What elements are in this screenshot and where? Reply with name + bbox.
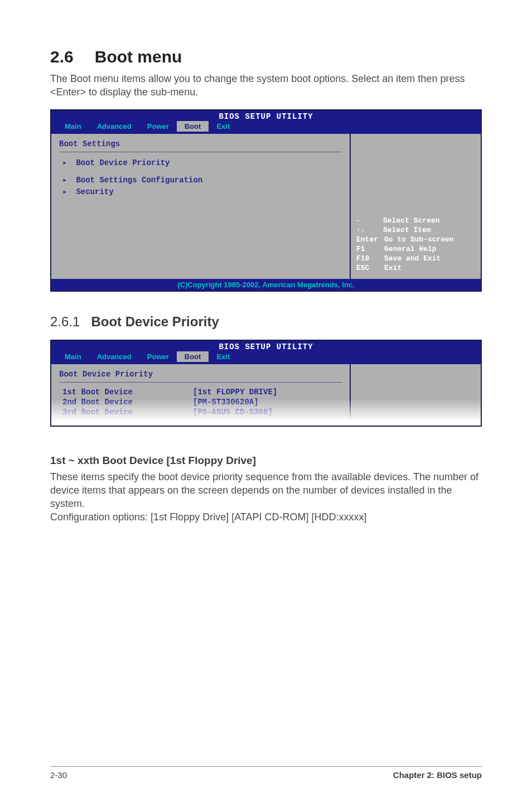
help-f1-label: General Help [384,245,437,254]
help-legend: ← Select Screen ↑↓ Select Item Enter Go … [356,216,475,273]
device-value: [1st FLOPPY DRIVE] [193,388,277,397]
bios-copyright-footer: (C)Copyright 1985-2002, American Megatre… [51,279,481,291]
device-value: [PS-ASUS CD-S360] [193,408,273,417]
option-body-2: Configuration options: [1st Floppy Drive… [50,510,482,524]
boot-device-row-3[interactable]: 3rd Boot Device [PS-ASUS CD-S360] [59,407,342,417]
option-body-1: These items specify the boot device prio… [50,470,482,511]
tab-advanced[interactable]: Advanced [89,121,139,132]
submenu-arrow-icon: ▸ [62,175,71,185]
option-heading: 1st ~ xxth Boot Device [1st Floppy Drive… [50,455,482,467]
device-value: [PM-ST330620A] [193,398,259,407]
device-label: 2nd Boot Device [59,398,193,407]
subsection-title: 2.6.1Boot Device Priority [50,314,482,330]
bios-window-boot-settings: BIOS SETUP UTILITY Main Advanced Power B… [50,109,482,292]
up-down-arrow-icon: ↑↓ [356,226,383,235]
help-key-esc: ESC [356,264,384,273]
tab-exit[interactable]: Exit [209,351,238,362]
bios-tabs: Main Advanced Power Boot Exit [51,351,481,364]
tab-boot[interactable]: Boot [177,351,209,362]
bios-tabs: Main Advanced Power Boot Exit [51,121,481,134]
bios-left-pane: Boot Device Priority 1st Boot Device [1s… [51,364,350,426]
tab-exit[interactable]: Exit [209,121,238,132]
submenu-arrow-icon: ▸ [62,158,71,167]
help-f10-label: Save and Exit [384,254,441,264]
subsection-number: 2.6.1 [50,314,80,329]
page-footer: 2-30 Chapter 2: BIOS setup [50,766,482,780]
chapter-label: Chapter 2: BIOS setup [393,770,482,780]
menu-item-label: Security [76,187,113,196]
boot-device-row-2[interactable]: 2nd Boot Device [PM-ST330620A] [59,397,342,407]
section-number: 2.6 [50,47,74,66]
help-select-item: Select Item [383,226,431,235]
tab-boot[interactable]: Boot [177,121,209,132]
bios-header-title: BIOS SETUP UTILITY [51,110,481,121]
help-key-f1: F1 [356,245,384,254]
panel-title: Boot Device Priority [59,370,342,383]
bios-header-title: BIOS SETUP UTILITY [51,341,481,351]
left-right-arrow-icon: ← [356,216,383,226]
device-label: 3rd Boot Device [59,408,193,417]
help-enter-label: Go to Sub-screen [384,235,454,245]
boot-device-row-1[interactable]: 1st Boot Device [1st FLOPPY DRIVE] [59,387,342,397]
tab-power[interactable]: Power [139,121,177,132]
bios-left-pane: Boot Settings ▸ Boot Device Priority ▸ B… [51,134,350,279]
menu-item-label: Boot Device Priority [76,158,170,167]
tab-advanced[interactable]: Advanced [89,351,139,362]
bios-window-boot-priority: BIOS SETUP UTILITY Main Advanced Power B… [50,340,482,427]
menu-item-label: Boot Settings Configuration [76,176,202,185]
menu-item-boot-settings-config[interactable]: ▸ Boot Settings Configuration [59,174,342,186]
bios-right-pane [350,364,481,426]
help-key-enter: Enter [356,235,384,245]
help-key-f10: F10 [356,254,384,264]
page-number: 2-30 [50,770,67,780]
menu-item-security[interactable]: ▸ Security [59,186,342,197]
menu-item-boot-device-priority[interactable]: ▸ Boot Device Priority [59,157,342,168]
submenu-arrow-icon: ▸ [62,187,71,196]
bios-right-pane: ← Select Screen ↑↓ Select Item Enter Go … [350,134,481,279]
section-intro: The Boot menu items allow you to change … [50,72,482,99]
tab-main[interactable]: Main [57,351,89,362]
help-esc-label: Exit [384,264,402,273]
help-select-screen: Select Screen [383,216,439,226]
tab-main[interactable]: Main [57,121,89,132]
subsection-title-text: Boot Device Priority [91,314,219,329]
device-label: 1st Boot Device [59,388,193,397]
tab-power[interactable]: Power [139,351,177,362]
section-title-text: Boot menu [95,47,182,66]
panel-title: Boot Settings [59,139,342,152]
section-title: 2.6Boot menu [50,47,482,66]
